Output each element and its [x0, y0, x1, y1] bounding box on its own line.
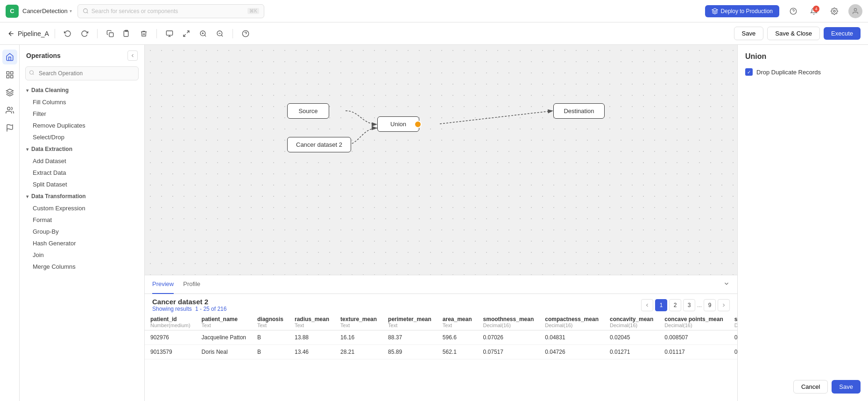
- tab-preview[interactable]: Preview: [152, 275, 174, 294]
- sidebar-item-select-drop[interactable]: Select/Drop: [20, 131, 144, 143]
- notifications-button[interactable]: 4: [807, 5, 820, 18]
- settings-button[interactable]: [828, 5, 841, 18]
- cell-texture-mean: 16.16: [335, 330, 382, 345]
- search-placeholder: Search for services or components: [92, 8, 178, 14]
- sidebar-search-input[interactable]: [25, 66, 139, 80]
- drop-duplicate-label: Drop Duplicate Records: [756, 69, 821, 76]
- copy-button[interactable]: [103, 27, 117, 41]
- svg-marker-28: [6, 89, 13, 93]
- prev-page-button[interactable]: [641, 299, 653, 311]
- sidebar-item-fill-columns[interactable]: Fill Columns: [20, 96, 144, 108]
- svg-line-34: [440, 111, 553, 124]
- svg-rect-7: [109, 33, 113, 37]
- range-text: 1 - 25 of 216: [195, 306, 226, 312]
- undo-button[interactable]: [61, 27, 75, 41]
- union-warning-dot: [414, 121, 422, 128]
- drop-duplicate-checkbox[interactable]: ✓: [745, 68, 753, 76]
- group-data-transformation[interactable]: ▾ Data Transformation: [20, 190, 144, 202]
- user-avatar[interactable]: [848, 4, 862, 18]
- tab-profile[interactable]: Profile: [183, 275, 200, 294]
- sidebar-item-hash-generator[interactable]: Hash Generator: [20, 237, 144, 249]
- cell-smoothness-mean: 0.07026: [478, 330, 540, 345]
- cell-symmetry-mean: 0.1421: [729, 345, 737, 359]
- back-button[interactable]: Pipeline_A: [7, 30, 49, 37]
- sidebar-item-join[interactable]: Join: [20, 249, 144, 261]
- cell-area-mean: 596.6: [437, 330, 478, 345]
- svg-point-31: [30, 71, 34, 74]
- sidebar-item-merge-columns[interactable]: Merge Columns: [20, 261, 144, 272]
- sidebar-item-add-dataset[interactable]: Add Dataset: [20, 155, 144, 167]
- next-page-button[interactable]: [718, 299, 730, 311]
- cell-concave-points-mean: 0.008507: [659, 330, 728, 345]
- node-union[interactable]: Union: [377, 116, 419, 132]
- help-info-button[interactable]: [239, 27, 253, 41]
- redo-button[interactable]: [78, 27, 92, 41]
- app-icon: C: [6, 5, 19, 18]
- svg-point-29: [7, 107, 10, 110]
- sidebar-search-inner: [25, 66, 139, 80]
- node-destination[interactable]: Destination: [553, 103, 605, 119]
- back-arrow-icon: [7, 30, 15, 37]
- search-icon: [83, 8, 89, 14]
- save-button[interactable]: Save: [734, 27, 764, 40]
- app-name[interactable]: CancerDetection ▾: [22, 7, 72, 14]
- global-search[interactable]: Search for services or components ⌘K: [78, 4, 264, 18]
- group-data-cleaning[interactable]: ▾ Data Cleaning: [20, 84, 144, 96]
- divider-2: [97, 29, 98, 38]
- cell-texture-mean: 28.21: [335, 345, 382, 359]
- svg-line-13: [187, 31, 189, 33]
- icon-bar-flag[interactable]: [2, 121, 17, 136]
- sidebar-item-group-by[interactable]: Group-By: [20, 226, 144, 237]
- panel-save-button[interactable]: Save: [832, 380, 861, 394]
- icon-bar-home[interactable]: [2, 50, 17, 64]
- node-source[interactable]: Source: [287, 103, 329, 119]
- col-concavity-mean: concavity_meanDecimal(16): [604, 314, 659, 330]
- icon-bar-layers[interactable]: [2, 85, 17, 100]
- sidebar-item-filter[interactable]: Filter: [20, 108, 144, 120]
- sidebar-item-split-dataset[interactable]: Split Dataset: [20, 179, 144, 190]
- tab-collapse-btn[interactable]: [723, 280, 730, 288]
- toolbar-right: Save Save & Close Execute: [734, 27, 861, 40]
- node-cancer-dataset-2[interactable]: Cancer dataset 2: [287, 137, 351, 152]
- deploy-button[interactable]: Deploy to Production: [705, 5, 779, 17]
- page-9-button[interactable]: 9: [704, 299, 716, 311]
- cell-radius-mean: 13.46: [289, 345, 335, 359]
- zoom-in-button[interactable]: [196, 27, 210, 41]
- sidebar-collapse-button[interactable]: [127, 50, 138, 61]
- help-button[interactable]: [787, 5, 800, 18]
- col-area-mean: area_meanText: [437, 314, 478, 330]
- sidebar-item-remove-duplicates[interactable]: Remove Duplicates: [20, 120, 144, 131]
- paste-button[interactable]: [120, 27, 134, 41]
- page-3-button[interactable]: 3: [683, 299, 695, 311]
- icon-bar-grid[interactable]: [2, 67, 17, 82]
- sidebar-item-extract-data[interactable]: Extract Data: [20, 167, 144, 179]
- cancel-button[interactable]: Cancel: [793, 380, 828, 394]
- sidebar-header: Operations: [20, 45, 144, 64]
- delete-button[interactable]: [137, 27, 151, 41]
- execute-button[interactable]: Execute: [824, 27, 861, 40]
- svg-rect-26: [7, 76, 9, 78]
- group-data-extraction[interactable]: ▾ Data Extraction: [20, 143, 144, 155]
- cell-concave-points-mean: 0.01117: [659, 345, 728, 359]
- right-panel: Union ✓ Drop Duplicate Records Cancel Sa…: [737, 45, 868, 401]
- expand-button[interactable]: [179, 27, 193, 41]
- right-panel-actions: Cancel Save: [745, 380, 861, 394]
- icon-bar: [0, 45, 20, 401]
- page-2-button[interactable]: 2: [669, 299, 681, 311]
- page-1-button[interactable]: 1: [655, 299, 667, 311]
- save-close-button[interactable]: Save & Close: [767, 27, 820, 40]
- monitor-button[interactable]: [162, 27, 176, 41]
- svg-line-16: [205, 35, 206, 36]
- zoom-out-button[interactable]: [213, 27, 227, 41]
- col-compactness-mean: compactness_meanDecimal(16): [539, 314, 604, 330]
- deploy-label: Deploy to Production: [721, 8, 773, 14]
- cell-diagnosis: B: [252, 330, 289, 345]
- pipeline-canvas[interactable]: Source Cancer dataset 2 Union Destinatio…: [145, 45, 737, 275]
- icon-bar-people[interactable]: [2, 103, 17, 118]
- cell-symmetry-mean: 0.1607: [729, 330, 737, 345]
- chevron-down-icon: ▾: [26, 147, 28, 152]
- sidebar-item-custom-expression[interactable]: Custom Expression: [20, 202, 144, 214]
- col-patient-id: patient_idNumber(medium): [145, 314, 196, 330]
- sidebar-item-format[interactable]: Format: [20, 214, 144, 226]
- cell-diagnosis: B: [252, 345, 289, 359]
